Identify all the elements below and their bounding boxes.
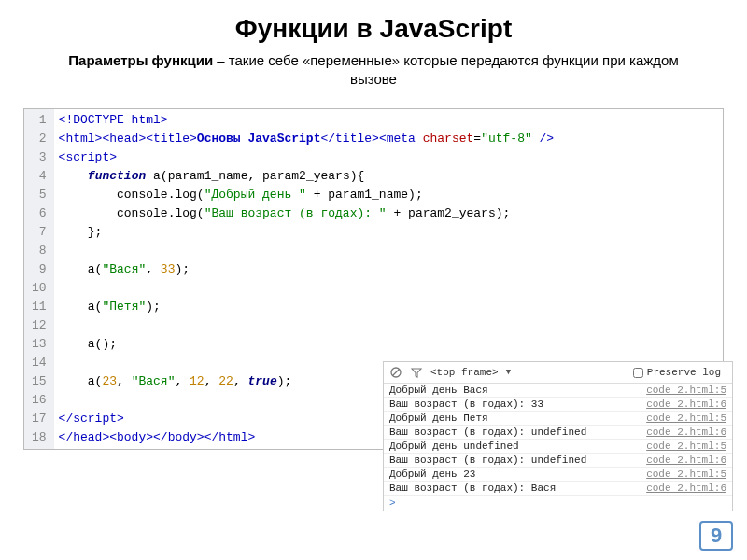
console-message: Ваш возраст (в годах): Вася [389,483,556,494]
frame-dropdown-icon[interactable]: ▼ [506,368,511,377]
console-source-link[interactable]: code 2.html:5 [646,469,726,480]
line-number: 17 [32,410,47,428]
console-source-link[interactable]: code 2.html:6 [646,427,726,438]
line-number: 11 [32,298,47,316]
console-row: Ваш возраст (в годах): undefinedcode 2.h… [384,454,732,468]
filter-icon[interactable] [410,366,423,379]
prompt-symbol: > [389,497,396,509]
line-number: 5 [32,186,47,204]
line-number: 2 [32,130,47,148]
console-row: Добрый день 23code 2.html:5 [384,468,732,482]
line-number: 14 [32,354,47,372]
console-output: Добрый день Васяcode 2.html:5Ваш возраст… [384,384,732,496]
console-message: Добрый день undefined [389,441,519,452]
console-row: Ваш возраст (в годах): undefinedcode 2.h… [384,426,732,440]
code-line[interactable]: a("Вася", 33); [59,260,718,279]
console-prompt[interactable]: > [384,496,732,511]
line-number: 6 [32,204,47,223]
line-number: 18 [32,428,47,447]
line-number: 12 [32,316,47,335]
line-number: 3 [32,148,47,167]
console-message: Добрый день Вася [389,385,488,396]
console-message: Добрый день 23 [389,469,475,480]
console-row: Добрый день Петяcode 2.html:5 [384,412,732,426]
subtitle-rest: – такие себе «переменные» которые переда… [213,52,679,87]
console-row: Добрый день Васяcode 2.html:5 [384,384,732,398]
console-row: Добрый день undefinedcode 2.html:5 [384,440,732,454]
console-row: Ваш возраст (в годах): Васяcode 2.html:6 [384,482,732,496]
slide-header: Функции в JavaScript Параметры функции –… [0,0,747,97]
code-line[interactable]: }; [59,223,718,242]
devtools-console: <top frame> ▼ Preserve log Добрый день В… [383,361,733,511]
code-line[interactable]: console.log("Ваш возраст (в годах): " + … [59,204,718,223]
svg-line-1 [393,370,400,376]
code-line[interactable]: a(); [59,335,718,354]
code-line[interactable] [59,242,718,260]
frame-select[interactable]: <top frame> [430,367,499,378]
console-message: Добрый день Петя [389,413,488,424]
code-line[interactable]: a("Петя"); [59,298,718,316]
code-line[interactable]: function a(param1_name, param2_years){ [59,167,718,186]
console-source-link[interactable]: code 2.html:6 [646,399,726,410]
console-row: Ваш возраст (в годах): 33code 2.html:6 [384,398,732,412]
clear-console-icon[interactable] [389,366,402,379]
console-message: Ваш возраст (в годах): undefined [389,427,586,438]
code-line[interactable] [59,279,718,298]
line-number: 7 [32,223,47,242]
preserve-log-label: Preserve log [647,367,721,378]
page-subtitle: Параметры функции – такие себе «переменн… [0,51,747,88]
console-source-link[interactable]: code 2.html:5 [646,441,726,452]
line-number: 10 [32,279,47,298]
subtitle-bold: Параметры функции [68,52,213,68]
console-message: Ваш возраст (в годах): undefined [389,455,586,466]
line-number: 8 [32,242,47,260]
line-number: 16 [32,391,47,410]
line-number: 4 [32,167,47,186]
console-source-link[interactable]: code 2.html:5 [646,413,726,424]
console-message: Ваш возраст (в годах): 33 [389,399,543,410]
preserve-log-checkbox[interactable] [633,368,643,378]
code-line[interactable]: <html><head><title>Основы JavaScript</ti… [59,130,718,148]
page-number-badge: 9 [699,521,733,551]
line-number: 13 [32,335,47,354]
code-line[interactable]: console.log("Добрый день " + param1_name… [59,186,718,204]
line-number: 9 [32,260,47,279]
code-line[interactable]: <script> [59,148,718,167]
page-title: Функции в JavaScript [0,14,747,44]
gutter: 123456789101112131415161718 [24,109,54,449]
console-source-link[interactable]: code 2.html:6 [646,455,726,466]
console-toolbar: <top frame> ▼ Preserve log [384,362,732,384]
code-line[interactable] [59,316,718,335]
line-number: 1 [32,111,47,130]
console-source-link[interactable]: code 2.html:6 [646,483,726,494]
code-line[interactable]: <!DOCTYPE html> [59,111,718,130]
line-number: 15 [32,372,47,391]
console-source-link[interactable]: code 2.html:5 [646,385,726,396]
preserve-log-toggle[interactable]: Preserve log [633,367,721,378]
